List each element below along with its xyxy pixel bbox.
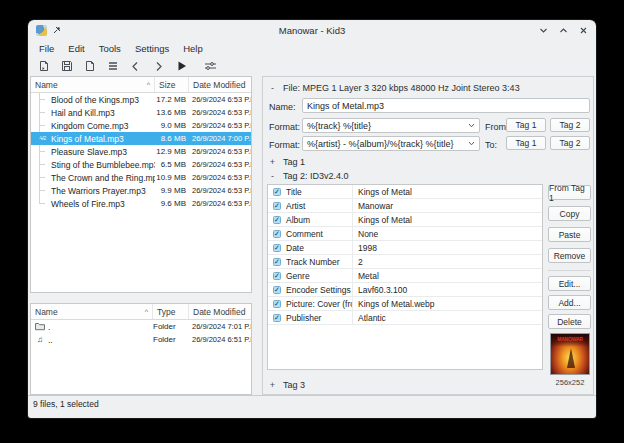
- tag-frame-row[interactable]: ✓ Comment None: [268, 227, 542, 241]
- tag-frame-row[interactable]: ✓ Title Kings of Metal: [268, 185, 542, 199]
- column-header-date[interactable]: Date Modified: [189, 77, 251, 92]
- file-section-header[interactable]: - File: MPEG 1 Layer 3 320 kbps 48000 Hz…: [269, 83, 520, 93]
- column-header-date[interactable]: Date Modified: [189, 304, 251, 319]
- delete-button[interactable]: Delete: [548, 314, 591, 329]
- copy-button[interactable]: Copy: [548, 206, 591, 221]
- frame-value[interactable]: None: [352, 227, 542, 240]
- file-row[interactable]: Blood of the Kings.mp3 17.2 MB 26/9/2024…: [31, 93, 251, 106]
- previous-file-icon[interactable]: [129, 60, 142, 73]
- from-tag2-button[interactable]: Tag 2: [550, 118, 590, 132]
- frame-checkbox[interactable]: ✓: [273, 216, 281, 224]
- album-art-thumbnail[interactable]: MANOWAR: [550, 333, 590, 375]
- add-button[interactable]: Add...: [548, 295, 591, 310]
- tag1-section-header[interactable]: + Tag 1: [269, 157, 305, 167]
- from-tag-1-button[interactable]: From Tag 1: [548, 185, 591, 200]
- frame-value[interactable]: Lavf60.3.100: [352, 283, 542, 296]
- frame-checkbox[interactable]: ✓: [273, 258, 281, 266]
- column-header-name[interactable]: Name ^: [31, 304, 153, 319]
- file-row[interactable]: The Crown and the Ring.mp3 10.9 MB 26/9/…: [31, 171, 251, 184]
- frame-value[interactable]: Atlantic: [352, 311, 542, 324]
- frame-value[interactable]: Kings of Metal: [352, 213, 542, 226]
- tag-frame-row[interactable]: ✓ Picture: Cover (front) Kings of Metal.…: [268, 297, 542, 311]
- playlist-icon[interactable]: [106, 60, 119, 73]
- file-row[interactable]: Kingdom Come.mp3 9.0 MB 26/9/2024 6:53 P…: [31, 119, 251, 132]
- sort-ascending-icon: ^: [145, 308, 148, 315]
- file-row[interactable]: Hail and Kill.mp3 13.6 MB 26/9/2024 6:53…: [31, 106, 251, 119]
- file-date: 26/9/2024 6:53 P.M.: [189, 95, 251, 104]
- to-tag1-button[interactable]: Tag 1: [506, 136, 546, 150]
- play-icon[interactable]: [175, 60, 188, 73]
- frame-checkbox[interactable]: ✓: [273, 300, 281, 308]
- file-row[interactable]: The Warriors Prayer.mp3 9.9 MB 26/9/2024…: [31, 184, 251, 197]
- tag-frame-row[interactable]: ✓ Album Kings of Metal: [268, 213, 542, 227]
- file-row[interactable]: Wheels of Fire.mp3 9.6 MB 26/9/2024 6:53…: [31, 197, 251, 210]
- folder-date: 26/9/2024 6:51 P.M.: [189, 335, 251, 344]
- tag-frame-row[interactable]: ✓ Date 1998: [268, 241, 542, 255]
- to-tag2-button[interactable]: Tag 2: [550, 136, 590, 150]
- frame-value[interactable]: Manowar: [352, 199, 542, 212]
- title-bar[interactable]: Manowar - Kid3: [28, 20, 596, 40]
- frame-value[interactable]: Metal: [352, 269, 542, 282]
- expand-icon[interactable]: +: [269, 380, 276, 390]
- tag2-section-header[interactable]: - Tag 2: ID3v2.4.0: [269, 171, 349, 181]
- column-header-type[interactable]: Type: [153, 304, 189, 319]
- file-row[interactable]: V2 Kings of Metal.mp3 8.6 MB 26/9/2024 7…: [31, 132, 251, 145]
- album-art-dimensions: 256x252: [544, 378, 596, 387]
- frame-checkbox[interactable]: ✓: [273, 188, 281, 196]
- frame-checkbox[interactable]: ✓: [273, 314, 281, 322]
- collapse-icon[interactable]: -: [269, 171, 276, 181]
- frame-value[interactable]: 1998: [352, 241, 542, 254]
- status-text: 9 files, 1 selected: [33, 399, 99, 409]
- frame-checkbox[interactable]: ✓: [273, 244, 281, 252]
- save-icon[interactable]: [60, 60, 73, 73]
- tag-frame-row[interactable]: ✓ Genre Metal: [268, 269, 542, 283]
- format-up-combobox[interactable]: %{track} %{title}: [302, 118, 480, 133]
- menu-edit[interactable]: Edit: [61, 42, 91, 55]
- revert-icon[interactable]: [83, 60, 96, 73]
- tag3-section-header[interactable]: + Tag 3: [269, 380, 305, 390]
- paste-button[interactable]: Paste: [548, 227, 591, 242]
- expand-icon[interactable]: +: [269, 157, 276, 167]
- folder-icon: [34, 322, 46, 331]
- folder-row[interactable]: ♫ .. Folder 26/9/2024 6:51 P.M.: [31, 333, 251, 346]
- tag-frame-row[interactable]: ✓ Artist Manowar: [268, 199, 542, 213]
- collapse-icon[interactable]: -: [269, 83, 276, 93]
- filename-input[interactable]: Kings of Metal.mp3: [302, 98, 590, 113]
- remove-button[interactable]: Remove: [548, 248, 591, 263]
- frame-value[interactable]: Kings of Metal.webp: [352, 297, 542, 310]
- frame-checkbox[interactable]: ✓: [273, 272, 281, 280]
- minimize-icon[interactable]: [538, 25, 548, 35]
- menu-file[interactable]: File: [32, 42, 61, 55]
- frame-checkbox[interactable]: ✓: [273, 286, 281, 294]
- file-row[interactable]: Sting of the Bumblebee.mp3 6.5 MB 26/9/2…: [31, 158, 251, 171]
- file-size: 12.9 MB: [155, 147, 189, 156]
- frame-checkbox[interactable]: ✓: [273, 230, 281, 238]
- column-header-name[interactable]: Name ^: [31, 77, 155, 92]
- maximize-icon[interactable]: [558, 25, 568, 35]
- menu-settings[interactable]: Settings: [128, 42, 176, 55]
- menu-tools[interactable]: Tools: [92, 42, 128, 55]
- tag-frame-row[interactable]: ✓ Publisher Atlantic: [268, 311, 542, 325]
- file-row[interactable]: Pleasure Slave.mp3 12.9 MB 26/9/2024 6:5…: [31, 145, 251, 158]
- next-file-icon[interactable]: [152, 60, 165, 73]
- file-date: 26/9/2024 6:53 P.M.: [189, 108, 251, 117]
- menu-help[interactable]: Help: [176, 42, 210, 55]
- frame-checkbox[interactable]: ✓: [273, 202, 281, 210]
- tag-frame-row[interactable]: ✓ Track Number 2: [268, 255, 542, 269]
- column-header-size[interactable]: Size: [155, 77, 189, 92]
- file-name: Kings of Metal.mp3: [31, 134, 155, 144]
- format-down-combobox[interactable]: %{artist} - %{album}/%{track} %{title}: [302, 136, 480, 151]
- frame-value[interactable]: 2: [352, 255, 542, 268]
- file-size: 9.0 MB: [155, 121, 189, 130]
- tag-frame-row[interactable]: ✓ Encoder Settings Lavf60.3.100: [268, 283, 542, 297]
- file-size: 9.6 MB: [155, 199, 189, 208]
- file-name: Blood of the Kings.mp3: [31, 95, 155, 105]
- folder-row[interactable]: . Folder 26/9/2024 7:01 P.M.: [31, 320, 251, 333]
- close-icon[interactable]: [578, 25, 588, 35]
- folder-date: 26/9/2024 7:01 P.M.: [189, 322, 251, 331]
- settings-sliders-icon[interactable]: [204, 60, 217, 73]
- edit-button[interactable]: Edit...: [548, 276, 591, 291]
- open-file-icon[interactable]: [37, 60, 50, 73]
- frame-value[interactable]: Kings of Metal: [352, 185, 542, 198]
- from-tag1-button[interactable]: Tag 1: [506, 118, 546, 132]
